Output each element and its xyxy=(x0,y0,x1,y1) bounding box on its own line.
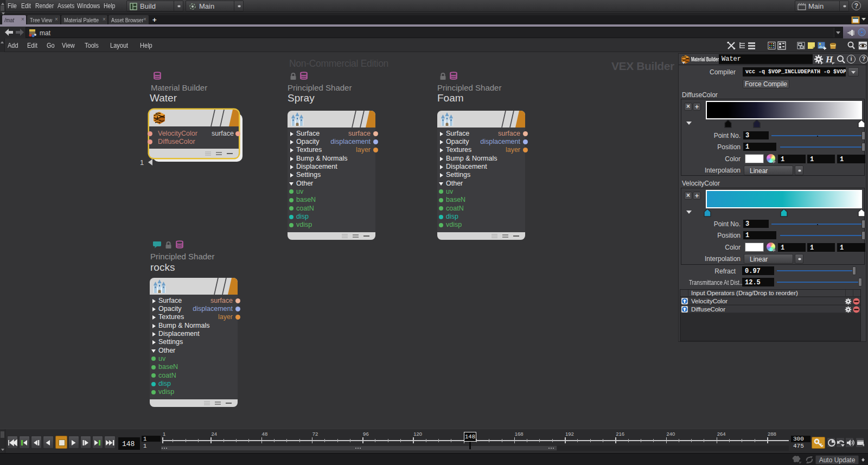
svg-text:H: H xyxy=(825,54,833,65)
